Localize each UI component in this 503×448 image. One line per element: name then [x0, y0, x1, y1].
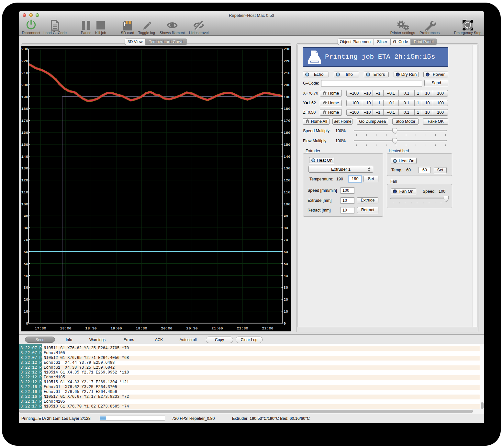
- svg-text:40: 40: [24, 274, 28, 278]
- svg-text:70: 70: [24, 238, 28, 242]
- svg-text:200: 200: [284, 83, 290, 87]
- svg-text:190: 190: [21, 95, 28, 99]
- svg-text:160: 160: [284, 131, 290, 135]
- svg-text:60: 60: [284, 250, 288, 254]
- svg-text:22:00: 22:00: [262, 326, 273, 331]
- svg-text:20: 20: [284, 297, 288, 302]
- svg-text:21:00: 21:00: [211, 326, 223, 331]
- svg-text:90: 90: [284, 214, 288, 219]
- svg-text:30: 30: [284, 285, 288, 290]
- svg-text:190: 190: [284, 95, 290, 99]
- svg-text:90: 90: [24, 214, 28, 219]
- svg-text:18:30: 18:30: [85, 326, 96, 331]
- svg-text:150: 150: [284, 143, 290, 147]
- svg-text:180: 180: [284, 107, 290, 111]
- svg-text:180: 180: [21, 107, 28, 111]
- svg-text:60: 60: [24, 250, 28, 254]
- svg-text:100: 100: [21, 202, 28, 207]
- svg-text:50: 50: [284, 262, 288, 266]
- svg-text:110: 110: [21, 190, 28, 195]
- svg-text:20:30: 20:30: [186, 326, 197, 331]
- svg-text:19:00: 19:00: [110, 326, 122, 331]
- svg-text:0: 0: [26, 321, 28, 326]
- svg-text:10: 10: [284, 309, 288, 314]
- svg-text:80: 80: [24, 226, 28, 230]
- svg-text:210: 210: [21, 71, 28, 75]
- svg-text:130: 130: [21, 166, 28, 171]
- svg-text:230: 230: [21, 47, 28, 52]
- svg-text:170: 170: [284, 119, 290, 123]
- svg-text:17:30: 17:30: [35, 326, 46, 331]
- svg-text:230: 230: [284, 47, 290, 52]
- svg-text:160: 160: [21, 131, 28, 135]
- svg-text:110: 110: [284, 190, 290, 195]
- svg-text:170: 170: [21, 119, 28, 123]
- svg-text:19:30: 19:30: [136, 326, 147, 331]
- svg-text:220: 220: [21, 59, 28, 63]
- svg-text:30: 30: [24, 285, 28, 290]
- svg-text:18:00: 18:00: [60, 326, 71, 331]
- svg-text:140: 140: [284, 155, 290, 159]
- svg-text:10: 10: [24, 309, 28, 314]
- svg-text:50: 50: [24, 262, 28, 266]
- svg-text:220: 220: [284, 59, 290, 63]
- svg-text:20: 20: [24, 297, 28, 302]
- svg-text:40: 40: [284, 274, 288, 278]
- svg-text:210: 210: [284, 71, 290, 75]
- svg-text:120: 120: [284, 178, 290, 183]
- svg-text:120: 120: [21, 178, 28, 183]
- svg-text:200: 200: [21, 83, 28, 87]
- svg-text:20:00: 20:00: [161, 326, 172, 331]
- svg-text:80: 80: [284, 226, 288, 230]
- svg-text:140: 140: [21, 155, 28, 159]
- svg-text:0: 0: [284, 321, 286, 326]
- svg-text:150: 150: [21, 143, 28, 147]
- svg-text:21:30: 21:30: [237, 326, 248, 331]
- svg-text:70: 70: [284, 238, 288, 242]
- svg-text:100: 100: [284, 202, 290, 207]
- svg-text:130: 130: [284, 166, 290, 171]
